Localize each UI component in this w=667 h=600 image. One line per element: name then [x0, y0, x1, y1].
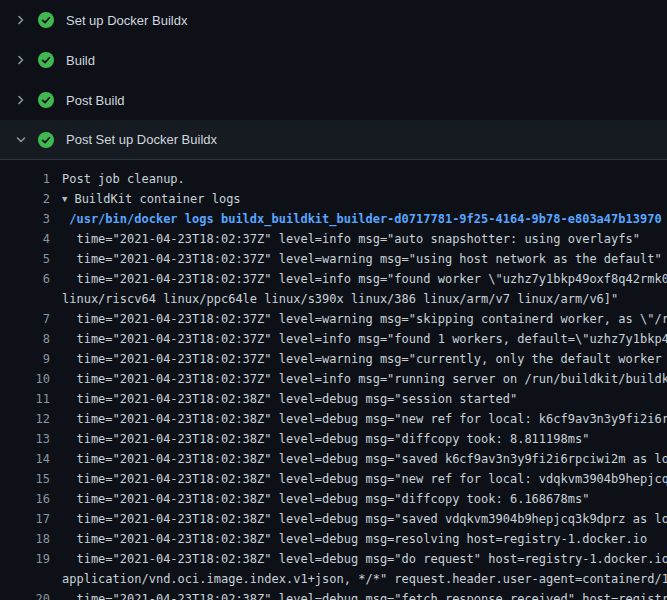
step-list: Set up Docker BuildxBuildPost BuildPost …: [0, 0, 667, 160]
log-text: time="2021-04-23T18:02:38Z" level=debug …: [62, 589, 667, 600]
step-label: Build: [66, 53, 95, 68]
log-area: 1Post job cleanup.2▼BuildKit container l…: [0, 160, 667, 600]
log-text: ▼BuildKit container logs: [62, 189, 667, 209]
line-number[interactable]: 13: [0, 429, 62, 449]
log-text: time="2021-04-23T18:02:38Z" level=debug …: [62, 449, 667, 469]
log-text: time="2021-04-23T18:02:37Z" level=info m…: [62, 329, 667, 349]
log-text: linux/riscv64 linux/ppc64le linux/s390x …: [62, 289, 667, 309]
line-number[interactable]: 2: [0, 189, 62, 209]
log-line: 17 time="2021-04-23T18:02:38Z" level=deb…: [0, 509, 667, 529]
check-circle-icon: [38, 132, 54, 148]
log-line: 12 time="2021-04-23T18:02:38Z" level=deb…: [0, 409, 667, 429]
line-number[interactable]: 14: [0, 449, 62, 469]
step-label: Set up Docker Buildx: [66, 13, 187, 28]
log-text: time="2021-04-23T18:02:38Z" level=debug …: [62, 409, 667, 429]
log-line: linux/riscv64 linux/ppc64le linux/s390x …: [0, 289, 667, 309]
step-label: Post Build: [66, 93, 125, 108]
log-line: 5 time="2021-04-23T18:02:37Z" level=warn…: [0, 249, 667, 269]
chevron-right-icon[interactable]: [14, 54, 28, 66]
line-number[interactable]: 18: [0, 529, 62, 549]
check-circle-icon: [38, 12, 54, 28]
log-line: 11 time="2021-04-23T18:02:38Z" level=deb…: [0, 389, 667, 409]
log-line: 9 time="2021-04-23T18:02:37Z" level=warn…: [0, 349, 667, 369]
log-text: time="2021-04-23T18:02:38Z" level=debug …: [62, 389, 667, 409]
line-number[interactable]: 8: [0, 329, 62, 349]
step-header-post-set-up-docker-buildx[interactable]: Post Set up Docker Buildx: [0, 120, 667, 160]
command-text: /usr/bin/docker logs buildx_buildkit_bui…: [62, 209, 667, 229]
log-line: 20 time="2021-04-23T18:02:38Z" level=deb…: [0, 589, 667, 600]
log-text: time="2021-04-23T18:02:38Z" level=debug …: [62, 469, 667, 489]
log-line: 1Post job cleanup.: [0, 169, 667, 189]
line-number[interactable]: 7: [0, 309, 62, 329]
line-number: [0, 569, 62, 589]
line-number[interactable]: 12: [0, 409, 62, 429]
log-line: 8 time="2021-04-23T18:02:37Z" level=info…: [0, 329, 667, 349]
step-header-post-build[interactable]: Post Build: [0, 80, 667, 120]
line-number[interactable]: 5: [0, 249, 62, 269]
chevron-right-icon[interactable]: [14, 94, 28, 106]
check-circle-icon: [38, 92, 54, 108]
line-number: [0, 289, 62, 309]
line-number[interactable]: 20: [0, 589, 62, 600]
log-line: 7 time="2021-04-23T18:02:37Z" level=warn…: [0, 309, 667, 329]
line-number[interactable]: 10: [0, 369, 62, 389]
line-number[interactable]: 16: [0, 489, 62, 509]
log-text: time="2021-04-23T18:02:38Z" level=debug …: [62, 509, 667, 529]
log-text: time="2021-04-23T18:02:38Z" level=debug …: [62, 549, 667, 569]
step-header-set-up-docker-buildx[interactable]: Set up Docker Buildx: [0, 0, 667, 40]
line-number[interactable]: 17: [0, 509, 62, 529]
log-text: Post job cleanup.: [62, 169, 667, 189]
log-text: application/vnd.oci.image.index.v1+json,…: [62, 569, 667, 589]
log-text: time="2021-04-23T18:02:37Z" level=info m…: [62, 229, 667, 249]
log-line: 15 time="2021-04-23T18:02:38Z" level=deb…: [0, 469, 667, 489]
line-number[interactable]: 19: [0, 549, 62, 569]
log-line: 10 time="2021-04-23T18:02:37Z" level=inf…: [0, 369, 667, 389]
line-number[interactable]: 9: [0, 349, 62, 369]
log-line: 4 time="2021-04-23T18:02:37Z" level=info…: [0, 229, 667, 249]
line-number[interactable]: 11: [0, 389, 62, 409]
log-line: 3 /usr/bin/docker logs buildx_buildkit_b…: [0, 209, 667, 229]
check-circle-icon: [38, 52, 54, 68]
group-collapse-icon[interactable]: ▼: [62, 189, 67, 209]
line-number[interactable]: 15: [0, 469, 62, 489]
step-label: Post Set up Docker Buildx: [66, 132, 217, 147]
log-line: 19 time="2021-04-23T18:02:38Z" level=deb…: [0, 549, 667, 569]
log-text: time="2021-04-23T18:02:38Z" level=debug …: [62, 529, 667, 549]
line-number[interactable]: 3: [0, 209, 62, 229]
line-number[interactable]: 6: [0, 269, 62, 289]
log-text: time="2021-04-23T18:02:37Z" level=warnin…: [62, 349, 667, 369]
workflow-log-viewer: Set up Docker BuildxBuildPost BuildPost …: [0, 0, 667, 600]
log-text: time="2021-04-23T18:02:38Z" level=debug …: [62, 429, 667, 449]
group-title[interactable]: BuildKit container logs: [74, 192, 240, 206]
log-line: 13 time="2021-04-23T18:02:38Z" level=deb…: [0, 429, 667, 449]
log-text: time="2021-04-23T18:02:38Z" level=debug …: [62, 489, 667, 509]
log-line: 2▼BuildKit container logs: [0, 189, 667, 209]
log-line: 14 time="2021-04-23T18:02:38Z" level=deb…: [0, 449, 667, 469]
log-line: 18 time="2021-04-23T18:02:38Z" level=deb…: [0, 529, 667, 549]
log-text: time="2021-04-23T18:02:37Z" level=info m…: [62, 369, 667, 389]
step-header-build[interactable]: Build: [0, 40, 667, 80]
line-number[interactable]: 1: [0, 169, 62, 189]
log-line: application/vnd.oci.image.index.v1+json,…: [0, 569, 667, 589]
log-line: 6 time="2021-04-23T18:02:37Z" level=info…: [0, 269, 667, 289]
log-text: time="2021-04-23T18:02:37Z" level=warnin…: [62, 249, 667, 269]
chevron-down-icon[interactable]: [14, 134, 28, 146]
log-line: 16 time="2021-04-23T18:02:38Z" level=deb…: [0, 489, 667, 509]
log-text: time="2021-04-23T18:02:37Z" level=warnin…: [62, 309, 667, 329]
line-number[interactable]: 4: [0, 229, 62, 249]
log-text: time="2021-04-23T18:02:37Z" level=info m…: [62, 269, 667, 289]
chevron-right-icon[interactable]: [14, 14, 28, 26]
